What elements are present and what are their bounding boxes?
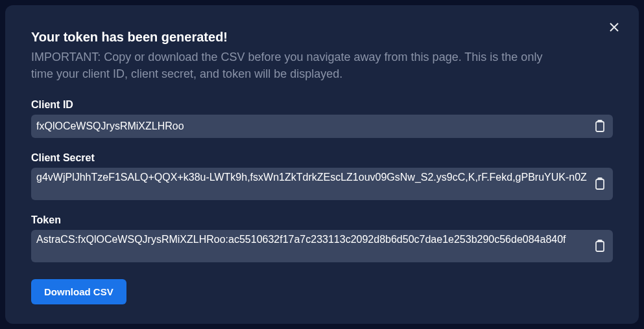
clipboard-icon — [594, 177, 606, 190]
token-value[interactable]: AstraCS:fxQlOCeWSQJrysRMiXZLHRoo:ac55106… — [31, 230, 587, 262]
svg-rect-1 — [596, 179, 604, 189]
client-id-group: Client ID fxQlOCeWSQJrysRMiXZLHRoo — [31, 99, 613, 138]
client-secret-value[interactable]: g4vWjPlJhhTzeF1SALQ+QQX+k38u-LWTk9h,fsxW… — [31, 168, 587, 200]
clipboard-icon — [594, 240, 606, 253]
svg-rect-0 — [596, 122, 604, 131]
client-id-row: fxQlOCeWSQJrysRMiXZLHRoo — [31, 115, 613, 138]
copy-client-id-button[interactable] — [587, 115, 613, 138]
client-secret-label: Client Secret — [31, 152, 613, 164]
download-csv-button[interactable]: Download CSV — [31, 279, 126, 304]
token-label: Token — [31, 214, 613, 226]
modal-title: Your token has been generated! — [31, 30, 613, 45]
copy-token-button[interactable] — [587, 230, 613, 262]
client-id-label: Client ID — [31, 99, 613, 111]
close-button[interactable] — [605, 18, 623, 36]
token-row: AstraCS:fxQlOCeWSQJrysRMiXZLHRoo:ac55106… — [31, 230, 613, 262]
token-group: Token AstraCS:fxQlOCeWSQJrysRMiXZLHRoo:a… — [31, 214, 613, 262]
svg-rect-2 — [596, 242, 604, 251]
client-secret-group: Client Secret g4vWjPlJhhTzeF1SALQ+QQX+k3… — [31, 152, 613, 200]
client-id-value[interactable]: fxQlOCeWSQJrysRMiXZLHRoo — [31, 115, 587, 138]
close-icon — [609, 22, 619, 32]
copy-client-secret-button[interactable] — [587, 168, 613, 200]
modal-subtitle: IMPORTANT: Copy or download the CSV befo… — [31, 49, 543, 82]
clipboard-icon — [594, 120, 606, 133]
client-secret-row: g4vWjPlJhhTzeF1SALQ+QQX+k38u-LWTk9h,fsxW… — [31, 168, 613, 200]
token-generated-modal: Your token has been generated! IMPORTANT… — [5, 5, 639, 324]
